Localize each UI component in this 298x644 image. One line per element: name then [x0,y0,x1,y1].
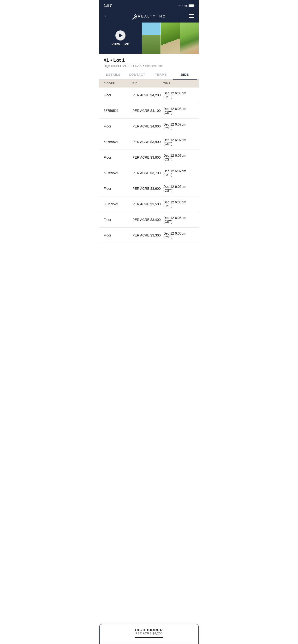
table-row: Floor PER ACRE $4,000 Dec 12 6:07pm (CST… [99,118,199,134]
gallery-thumbs [142,22,199,54]
table-row: 58759521 PER ACRE $4,100 Dec 12 6:08pm (… [99,103,199,118]
wifi-icon: ⊛ [184,4,187,8]
view-live-button[interactable]: VIEW LIVE [99,22,142,54]
bid-cell-bid: PER ACRE $4,200 [132,93,163,97]
bid-cell-bid: PER ACRE $4,100 [132,109,163,112]
table-header: BIDDER BID TIME [99,80,199,88]
header: ← 𝒥₂ REALTY INC [99,10,199,22]
bottom-bar: HIGH BIDDER PER ACRE $4,200 [99,624,199,644]
bids-table: Floor PER ACRE $4,200 Dec 12 6:08pm (CST… [99,88,199,243]
table-row: 58759521 PER ACRE $3,500 Dec 12 6:06pm (… [99,196,199,212]
bid-cell-time: Dec 12 6:06pm (CST) [163,200,194,208]
tab-terms[interactable]: TERMS [149,70,173,79]
col-header-bidder: BIDDER [104,82,132,85]
table-row: Floor PER ACRE $3,600 Dec 12 6:06pm (CST… [99,181,199,196]
table-row: Floor PER ACRE $3,300 Dec 12 6:05pm (CST… [99,228,199,243]
bid-cell-time: Dec 12 6:06pm (CST) [163,185,194,192]
bid-cell-time: Dec 12 6:07pm (CST) [163,122,194,130]
farm-image-1 [142,22,161,54]
tab-details[interactable]: DETAILS [101,70,125,79]
bid-cell-bid: PER ACRE $3,600 [132,187,163,190]
status-bar: 1:57 ⊛ [99,0,199,10]
gallery-thumb-1[interactable] [142,22,161,54]
bid-cell-bid: PER ACRE $3,800 [132,156,163,159]
table-row: Floor PER ACRE $4,200 Dec 12 6:08pm (CST… [99,88,199,103]
lot-info: #1 • Lot 1 High bid PER ACRE $4,200 • Re… [99,54,199,70]
table-row: Floor PER ACRE $3,400 Dec 12 6:05pm (CST… [99,212,199,228]
col-header-bid: BID [132,82,163,85]
bid-cell-time: Dec 12 6:05pm (CST) [163,232,194,239]
gallery-thumb-3[interactable] [180,22,199,54]
menu-line-2 [189,16,194,16]
bid-cell-bid: PER ACRE $3,900 [132,140,163,144]
bid-cell-bidder: Floor [104,156,132,159]
bid-cell-bid: PER ACRE $3,700 [132,171,163,175]
logo: 𝒥₂ REALTY INC [132,13,166,19]
status-time: 1:57 [104,3,112,8]
bid-cell-bidder: 58759521 [104,109,132,112]
bid-cell-time: Dec 12 6:08pm (CST) [163,91,194,99]
play-icon [115,30,125,40]
gallery: VIEW LIVE [99,22,199,54]
menu-line-1 [189,14,194,15]
col-header-time: TIME [163,82,194,85]
bid-cell-bidder: 58759521 [104,171,132,175]
logo-text: REALTY INC [138,14,166,18]
signal-icon [178,6,183,6]
bid-cell-time: Dec 12 6:07pm (CST) [163,138,194,146]
bid-cell-bidder: Floor [104,187,132,190]
bid-cell-time: Dec 12 6:07pm (CST) [163,169,194,177]
tab-bids[interactable]: BIDS [173,70,197,79]
menu-line-3 [189,17,194,18]
table-row: 58759521 PER ACRE $3,700 Dec 12 6:07pm (… [99,165,199,181]
bid-cell-bid: PER ACRE $4,000 [132,124,163,128]
bid-cell-time: Dec 12 6:07pm (CST) [163,154,194,161]
high-bidder-title: HIGH BIDDER [100,628,198,632]
bid-cell-bid: PER ACRE $3,500 [132,202,163,206]
tabs: DETAILS CONTACT TERMS BIDS [99,70,199,80]
farm-image-3 [180,22,199,54]
bid-cell-bidder: 58759521 [104,140,132,144]
high-bidder-amount: PER ACRE $4,200 [100,632,198,635]
bid-cell-bidder: Floor [104,233,132,237]
bid-cell-bidder: 58759521 [104,202,132,206]
bid-cell-bid: PER ACRE $3,300 [132,233,163,237]
bid-cell-bidder: Floor [104,218,132,222]
logo-mark: 𝒥₂ [132,13,136,19]
bid-cell-time: Dec 12 6:05pm (CST) [163,216,194,224]
menu-button[interactable] [189,14,194,18]
home-indicator [135,637,163,638]
lot-subtitle: High bid PER ACRE $4,200 • Reserve met [104,64,194,68]
gallery-thumb-2[interactable] [161,22,180,54]
farm-image-2 [161,22,180,54]
bid-cell-bidder: Floor [104,124,132,128]
tab-contact[interactable]: CONTACT [125,70,149,79]
table-row: 58759521 PER ACRE $3,900 Dec 12 6:07pm (… [99,134,199,150]
view-live-label: VIEW LIVE [112,42,129,46]
table-row: Floor PER ACRE $3,800 Dec 12 6:07pm (CST… [99,150,199,165]
bid-cell-bidder: Floor [104,93,132,97]
lot-title: #1 • Lot 1 [104,58,194,63]
bid-cell-bid: PER ACRE $3,400 [132,218,163,222]
status-icons: ⊛ [178,4,194,8]
back-button[interactable]: ← [104,13,109,19]
bid-cell-time: Dec 12 6:08pm (CST) [163,107,194,114]
battery-icon [189,4,194,7]
play-triangle [119,34,123,38]
